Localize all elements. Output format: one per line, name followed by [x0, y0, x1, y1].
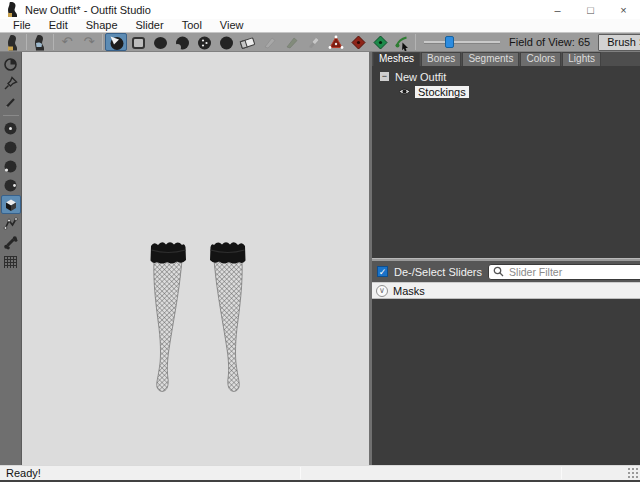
chevron-down-icon[interactable]: ∨: [376, 285, 388, 297]
eraser-brush-icon[interactable]: [237, 33, 259, 51]
smooth-brush-icon[interactable]: [193, 33, 215, 51]
deselect-sliders-label: De-/Select Sliders: [394, 266, 482, 278]
slider-track: [424, 41, 500, 44]
load-project-icon[interactable]: [2, 33, 24, 51]
viewport-canvas[interactable]: [22, 52, 369, 465]
app-logo-icon: [6, 2, 20, 17]
pose-tool-icon[interactable]: [391, 33, 413, 51]
brush-solid-icon[interactable]: [1, 138, 21, 157]
main-area: Meshes Bones Segments Colors Lights − Ne…: [0, 52, 640, 465]
mask-brush-icon[interactable]: [127, 33, 149, 51]
slider-filter-bar: ✓ De-/Select Sliders ×: [372, 261, 640, 282]
transform-tool-icon[interactable]: [325, 33, 347, 51]
toolbar-separator: [26, 34, 27, 50]
toolbar-separator: [53, 34, 54, 50]
tree-root-label[interactable]: New Outfit: [395, 71, 446, 83]
deselect-sliders-checkbox[interactable]: ✓: [377, 266, 388, 277]
brush-side-dot-icon[interactable]: [1, 176, 21, 195]
stockings-model[interactable]: [138, 228, 258, 396]
select-brush-icon[interactable]: [105, 33, 127, 51]
window-controls: – □ ×: [541, 0, 640, 19]
maximize-button[interactable]: □: [574, 0, 607, 19]
tree-row-new-outfit[interactable]: − New Outfit: [372, 70, 640, 83]
brush-center-dot-icon[interactable]: [1, 119, 21, 138]
tab-bones[interactable]: Bones: [421, 52, 461, 66]
brush-settings-button[interactable]: Brush Settings: [598, 34, 640, 51]
masks-section-header[interactable]: ∨ Masks: [372, 282, 640, 299]
status-bar: Ready!: [0, 465, 640, 480]
tab-segments[interactable]: Segments: [462, 52, 519, 66]
undo-icon[interactable]: ↶: [56, 33, 78, 51]
meshes-tree: − New Outfit Stockings: [372, 66, 640, 258]
window-title: New Outfit* - Outfit Studio: [25, 4, 151, 16]
vertex-lasso-icon[interactable]: [1, 214, 21, 233]
title-bar: New Outfit* - Outfit Studio – □ ×: [0, 0, 640, 19]
tree-child-label-selected[interactable]: Stockings: [415, 86, 469, 98]
collapse-expander-icon[interactable]: −: [380, 72, 389, 81]
toolbar-separator: [102, 34, 103, 50]
slider-filter-input[interactable]: [507, 265, 640, 279]
close-button[interactable]: ×: [607, 0, 640, 19]
pin-icon[interactable]: [1, 74, 21, 93]
status-separator: [300, 467, 301, 479]
toolbar-separator: [415, 34, 416, 50]
deflate-brush-icon[interactable]: [171, 33, 193, 51]
visibility-eye-icon[interactable]: [398, 86, 411, 98]
menu-bar: File Edit Shape Slider Tool View: [0, 19, 640, 32]
view-rotate-icon[interactable]: [1, 55, 21, 74]
right-panel: Meshes Bones Segments Colors Lights − Ne…: [369, 52, 640, 465]
status-separator: [561, 467, 562, 479]
tab-meshes[interactable]: Meshes: [373, 52, 420, 66]
tree-row-stockings[interactable]: Stockings: [372, 85, 640, 98]
save-project-icon[interactable]: [29, 33, 51, 51]
inflate-brush-icon[interactable]: [149, 33, 171, 51]
weight-brush-icon[interactable]: [259, 33, 281, 51]
menu-tool[interactable]: Tool: [173, 19, 211, 32]
search-icon: [493, 263, 504, 281]
cube-view-icon[interactable]: [1, 195, 21, 214]
color-brush-icon[interactable]: [281, 33, 303, 51]
redo-icon[interactable]: ↷: [78, 33, 100, 51]
bone-icon[interactable]: [1, 233, 21, 252]
brush-corner-dot-icon[interactable]: [1, 157, 21, 176]
menu-shape[interactable]: Shape: [77, 19, 127, 32]
field-of-view-slider[interactable]: [424, 34, 500, 50]
move-brush-icon[interactable]: [215, 33, 237, 51]
menu-edit[interactable]: Edit: [40, 19, 77, 32]
menu-view[interactable]: View: [211, 19, 253, 32]
pivot-tool-icon[interactable]: [347, 33, 369, 51]
masks-label: Masks: [393, 285, 425, 297]
side-toolbar: [0, 52, 22, 465]
slider-handle[interactable]: [445, 36, 454, 48]
alpha-brush-icon[interactable]: [303, 33, 325, 51]
menu-slider[interactable]: Slider: [127, 19, 173, 32]
pencil-icon[interactable]: [1, 93, 21, 112]
tab-colors[interactable]: Colors: [520, 52, 561, 66]
resize-grip[interactable]: [627, 467, 639, 479]
sliders-empty-area: [372, 299, 640, 465]
menu-file[interactable]: File: [4, 19, 40, 32]
status-text: Ready!: [6, 467, 41, 479]
side-toolbar-separator: [3, 115, 19, 116]
grid-icon[interactable]: [1, 252, 21, 271]
minimize-button[interactable]: –: [541, 0, 574, 19]
panel-tab-bar: Meshes Bones Segments Colors Lights: [372, 52, 640, 66]
outfit-studio-window: New Outfit* - Outfit Studio – □ × File E…: [0, 0, 640, 482]
slider-filter-searchbox[interactable]: ×: [488, 264, 640, 280]
vertex-edit-tool-icon[interactable]: [369, 33, 391, 51]
main-toolbar: ↶ ↷: [0, 32, 640, 52]
field-of-view-label: Field of View: 65: [509, 36, 590, 48]
tab-lights[interactable]: Lights: [562, 52, 601, 66]
